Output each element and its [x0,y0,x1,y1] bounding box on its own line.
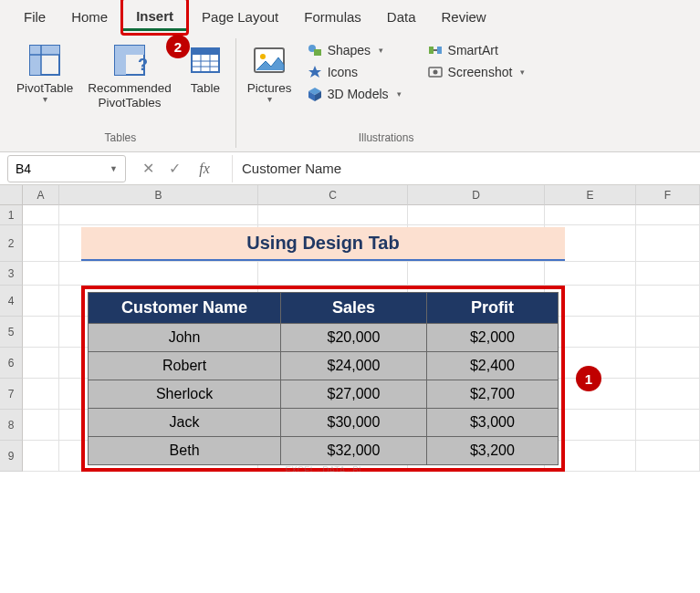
name-box[interactable]: B4 ▼ [7,155,126,182]
tab-review[interactable]: Review [429,0,499,33]
pivot-table-icon [26,42,63,78]
smartart-button[interactable]: SmartArt [422,40,531,60]
chevron-down-icon: ▾ [379,46,383,55]
section-title: Using Design Tab [81,227,565,261]
group-tables: 2 PivotTable ▾ ? Recommended PivotTables [5,38,236,148]
pivot-table-button[interactable]: PivotTable ▾ [11,38,78,131]
recommended-pivot-icon: ? [111,42,148,78]
tab-data[interactable]: Data [374,0,429,33]
smartart-label: SmartArt [448,43,498,57]
col-header[interactable]: A [23,185,59,205]
col-header[interactable]: F [636,185,700,205]
table-row: Beth$32,000$3,200 [89,437,559,465]
enter-icon[interactable]: ✓ [169,160,181,177]
svg-rect-2 [30,46,59,55]
tab-formulas[interactable]: Formulas [291,0,374,33]
screenshot-button[interactable]: Screenshot ▾ [422,62,531,82]
col-header[interactable]: E [545,185,636,205]
pictures-button[interactable]: Pictures ▾ [242,38,298,131]
table-row: Robert$24,000$2,400 [89,352,559,380]
selection-highlight: Customer Name Sales Profit John$20,000$2… [81,286,565,472]
svg-rect-18 [314,49,321,56]
ribbon: File Home Insert Page Layout Formulas Da… [0,0,700,152]
icons-label: Icons [328,65,358,79]
row-header[interactable]: 6 [0,348,23,379]
table-header[interactable]: Sales [281,293,427,324]
tab-page-layout[interactable]: Page Layout [189,0,291,33]
svg-rect-10 [192,48,219,55]
chevron-down-icon: ▼ [110,164,118,173]
cell-grid[interactable]: Using Design Tab Customer Name Sales Pro… [23,205,700,472]
chevron-down-icon: ▾ [520,68,525,77]
table-header[interactable]: Customer Name [89,293,281,324]
row-header[interactable]: 9 [0,441,23,472]
row-header[interactable]: 7 [0,379,23,410]
table-row: Jack$30,000$3,000 [89,409,559,437]
chevron-down-icon: ▾ [397,89,402,99]
chevron-down-icon: ▾ [267,94,272,105]
group-label-tables: Tables [105,131,137,148]
tab-file[interactable]: File [11,0,58,33]
svg-point-16 [260,54,266,59]
smartart-icon [427,42,444,58]
callout-badge-1: 1 [576,366,601,391]
icons-button[interactable]: Icons [301,62,407,82]
row-header[interactable]: 4 [0,286,23,317]
recommended-pivot-button[interactable]: ? Recommended PivotTables [82,38,177,131]
screenshot-label: Screenshot [448,65,513,79]
data-table[interactable]: Customer Name Sales Profit John$20,000$2… [88,292,559,465]
table-label: Table [191,81,220,96]
icons-icon [307,64,323,80]
col-header[interactable]: C [258,185,408,205]
table-row: John$20,000$2,000 [89,324,559,352]
row-header[interactable]: 8 [0,410,23,441]
formula-bar: B4 ▼ ✕ ✓ fx Customer Name [0,152,700,185]
formula-input[interactable]: Customer Name [232,155,700,182]
col-header[interactable]: D [408,185,545,205]
group-label-illustrations: Illustrations [359,131,414,148]
callout-badge-2: 2 [166,35,190,58]
shapes-label: Shapes [328,43,371,57]
row-header[interactable]: 3 [0,262,23,286]
table-row: Sherlock$27,000$2,700 [89,380,559,409]
svg-point-26 [433,70,437,75]
shapes-button[interactable]: Shapes ▾ [301,40,407,60]
svg-rect-7 [115,46,144,55]
ribbon-tabs: File Home Insert Page Layout Formulas Da… [0,0,700,33]
worksheet: 1 2 3 4 5 6 7 8 9 A B C D E F [0,185,700,472]
cube-icon [307,86,323,102]
tab-home[interactable]: Home [58,0,120,33]
tab-insert[interactable]: Insert [120,0,189,36]
fx-icon[interactable]: fx [195,161,214,177]
svg-text:?: ? [138,56,147,74]
table-header[interactable]: Profit [426,293,558,324]
ribbon-body: 2 PivotTable ▾ ? Recommended PivotTables [0,33,700,151]
cancel-icon[interactable]: ✕ [142,160,154,177]
shapes-icon [307,42,323,58]
name-box-value: B4 [16,161,31,176]
row-header[interactable]: 2 [0,225,23,262]
chevron-down-icon: ▾ [43,94,47,105]
group-illustrations: Pictures ▾ Shapes ▾ I [236,38,537,148]
select-all-corner[interactable] [0,185,23,205]
row-header[interactable]: 5 [0,317,23,348]
table-icon [187,42,224,78]
svg-rect-23 [437,47,442,54]
svg-rect-22 [429,47,434,54]
3d-models-label: 3D Models [328,87,389,101]
row-header[interactable]: 1 [0,205,23,225]
col-header[interactable]: B [59,185,258,205]
3d-models-button[interactable]: 3D Models ▾ [301,84,407,104]
recommended-pivot-label: Recommended PivotTables [88,81,172,110]
pictures-icon [251,42,287,78]
screenshot-icon [427,64,444,80]
